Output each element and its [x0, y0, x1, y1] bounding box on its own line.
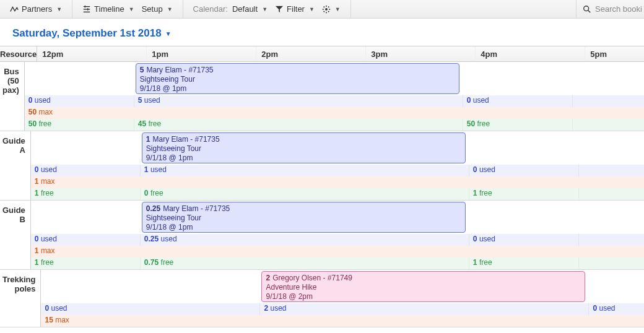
- event-area: 1Mary Elam - #71735 Sightseeing Tour 9/1…: [31, 131, 644, 165]
- search-icon: [583, 5, 591, 14]
- stat-cell: [579, 257, 644, 269]
- stat-unit: used: [41, 235, 57, 243]
- toolbar-group-cal: Calendar: Default ▼ Filter ▼ ▼: [183, 0, 351, 18]
- event-title: Sightseeing Tour: [140, 75, 455, 84]
- stats-area: 0 used0.25 used0 used 1 max1 free0.75 fr…: [31, 234, 644, 269]
- resource-cells: 2Gregory Olsen - #71749 Adventure Hike 9…: [41, 270, 644, 327]
- stat-cell: 1 free: [469, 257, 579, 269]
- resource-cells: 5Mary Elam - #71735 Sightseeing Tour 9/1…: [25, 62, 644, 131]
- settings-menu[interactable]: ▼: [318, 0, 344, 18]
- column-headers: Resource 12pm1pm2pm3pm4pm5pm: [0, 46, 644, 62]
- stats-area: 0 used2 used0 used15 max: [41, 303, 644, 327]
- stat-cell: 50 max: [25, 107, 644, 119]
- event-id: #71749: [328, 274, 352, 282]
- caret-down-icon: ▼: [309, 6, 315, 12]
- booking-event[interactable]: 0.25Mary Elam - #71735 Sightseeing Tour …: [142, 202, 466, 233]
- timeline-label: Timeline: [94, 4, 124, 14]
- stat-value: 5: [138, 96, 142, 105]
- stat-value: 1: [35, 177, 39, 186]
- timeline-menu[interactable]: Timeline ▼: [79, 0, 138, 18]
- stat-row: 1 free0 free1 free: [31, 188, 644, 200]
- toolbar: Partners ▼ Timeline ▼ Setup ▼ Calendar: …: [0, 0, 644, 19]
- resource-cells: 1Mary Elam - #71735 Sightseeing Tour 9/1…: [31, 131, 644, 200]
- stat-unit: free: [41, 258, 54, 267]
- caret-down-icon: ▼: [335, 6, 341, 12]
- stat-row: 0 used0.25 used0 used: [31, 234, 644, 246]
- stat-row: 50 max: [25, 107, 644, 119]
- event-title: Sightseeing Tour: [146, 144, 461, 154]
- event-when: 9/1/18 @ 1pm: [146, 223, 461, 232]
- calendar-value: Default: [232, 4, 258, 14]
- stat-value: 1: [35, 258, 39, 267]
- caret-down-icon: ▼: [56, 6, 62, 12]
- partners-menu[interactable]: Partners ▼: [6, 0, 66, 18]
- caret-down-icon: ▼: [262, 6, 268, 12]
- resource-row: Guide A 1Mary Elam - #71735 Sightseeing …: [0, 131, 644, 201]
- timeline-grid: Resource 12pm1pm2pm3pm4pm5pm Bus (50 pax…: [0, 46, 644, 327]
- resource-row: Trekking poles 2Gregory Olsen - #71749 A…: [0, 270, 644, 327]
- stat-cell: [579, 234, 644, 246]
- toolbar-spacer: [351, 0, 576, 18]
- stat-row: 1 max: [31, 176, 644, 188]
- stat-cell: 1 free: [31, 257, 141, 269]
- resource-name: Bus (50 pax): [0, 62, 25, 131]
- stat-value: 0.75: [144, 258, 159, 267]
- stat-unit: free: [161, 258, 174, 267]
- stat-cell: 0 used: [469, 165, 579, 176]
- calendar-selector[interactable]: Calendar: Default ▼: [189, 0, 272, 18]
- stat-value: 15: [45, 316, 53, 324]
- date-picker[interactable]: Saturday, September 1st 2018 ▼: [12, 27, 644, 40]
- stat-value: 0: [28, 96, 33, 105]
- stat-unit: used: [51, 304, 67, 313]
- stat-row: 15 max: [41, 315, 644, 327]
- event-area: 2Gregory Olsen - #71749 Adventure Hike 9…: [41, 270, 644, 303]
- svg-marker-5: [276, 6, 283, 12]
- date-title-text: Saturday, September 1st 2018: [12, 27, 162, 40]
- stat-value: 0: [45, 304, 49, 313]
- stat-unit: free: [148, 119, 161, 128]
- stat-cell: 0 used: [463, 95, 573, 107]
- stat-unit: used: [479, 165, 495, 174]
- booking-event[interactable]: 1Mary Elam - #71735 Sightseeing Tour 9/1…: [142, 132, 466, 163]
- stat-cell: 0.75 free: [141, 257, 469, 269]
- search-input[interactable]: Search booki: [576, 0, 644, 18]
- event-title: Sightseeing Tour: [146, 214, 461, 223]
- stat-cell: [579, 165, 644, 176]
- stat-unit: max: [41, 246, 55, 255]
- event-when: 9/1/18 @ 1pm: [140, 84, 455, 93]
- stat-value: 0: [35, 165, 39, 174]
- booking-event[interactable]: 2Gregory Olsen - #71749 Adventure Hike 9…: [261, 271, 585, 302]
- filter-menu[interactable]: Filter ▼: [271, 0, 318, 18]
- stat-cell: 1 used: [141, 165, 469, 176]
- stat-unit: free: [477, 119, 490, 128]
- stats-area: 0 used5 used0 used 50 max50 free45 free5…: [25, 95, 644, 131]
- stat-unit: max: [41, 177, 55, 186]
- stat-value: 2: [264, 304, 268, 313]
- setup-menu[interactable]: Setup ▼: [138, 0, 176, 18]
- stat-cell: 0 used: [31, 165, 141, 176]
- stat-cell: 50 free: [463, 119, 573, 131]
- stat-unit: used: [271, 304, 287, 313]
- resource-column-header: Resource: [0, 46, 37, 61]
- stat-unit: used: [599, 304, 616, 313]
- stat-cell: 5 used: [134, 95, 463, 107]
- resource-row: Guide B 0.25Mary Elam - #71735 Sightseei…: [0, 201, 644, 270]
- event-person: Gregory Olsen: [272, 274, 321, 282]
- stat-value: 1: [35, 189, 39, 197]
- booking-event[interactable]: 5Mary Elam - #71735 Sightseeing Tour 9/1…: [136, 63, 459, 94]
- partners-icon: [10, 5, 19, 14]
- stat-cell: 0 used: [25, 95, 134, 107]
- stat-cell: 1 free: [31, 188, 141, 200]
- stat-value: 0.25: [144, 235, 159, 243]
- calendar-label: Calendar:: [193, 4, 228, 14]
- stat-unit: used: [35, 96, 51, 105]
- stat-cell: 50 free: [25, 119, 134, 131]
- stat-value: 1: [473, 258, 477, 267]
- date-bar: Saturday, September 1st 2018 ▼: [0, 19, 644, 46]
- caret-down-icon: ▼: [165, 30, 172, 37]
- hour-column-header: 12pm: [37, 46, 147, 61]
- stat-unit: free: [479, 258, 492, 267]
- stat-cell: 0 used: [469, 234, 579, 246]
- stat-cell: [573, 95, 644, 107]
- resource-row: Bus (50 pax) 5Mary Elam - #71735 Sightse…: [0, 62, 644, 131]
